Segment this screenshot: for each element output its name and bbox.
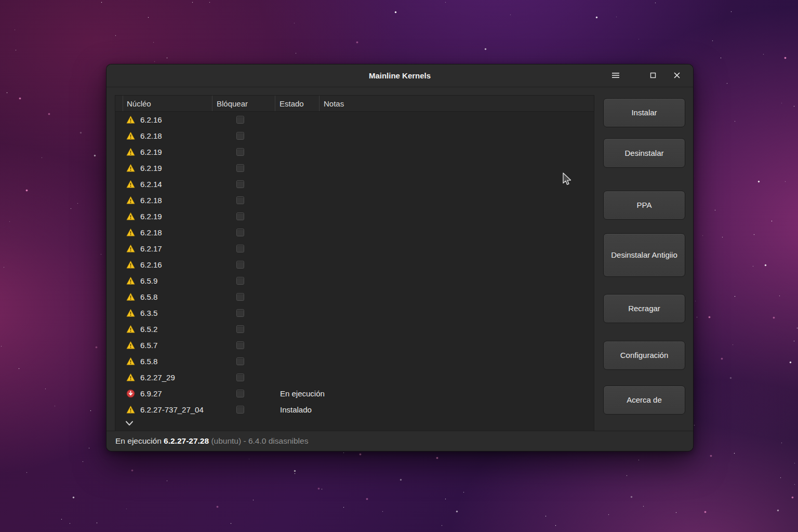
lock-cell bbox=[212, 148, 275, 156]
table-row[interactable]: 6.5.9 bbox=[115, 273, 594, 289]
action-button-desinstalar-antiguo[interactable]: Desinstalar Antigiio bbox=[603, 233, 685, 277]
column-header-estado[interactable]: Estado bbox=[275, 96, 319, 111]
kernel-version: 6.2.19 bbox=[140, 148, 162, 156]
kernel-version: 6.5.9 bbox=[140, 276, 157, 285]
lock-checkbox[interactable] bbox=[236, 132, 244, 140]
kernel-version: 6.2.16 bbox=[140, 260, 162, 269]
warning-icon bbox=[126, 115, 135, 124]
lock-checkbox[interactable] bbox=[236, 374, 244, 381]
lock-cell bbox=[212, 132, 275, 140]
warning-icon bbox=[126, 292, 135, 301]
lock-checkbox[interactable] bbox=[236, 341, 244, 349]
kernel-cell: 6.2.19 bbox=[123, 148, 212, 156]
scroll-more-indicator[interactable] bbox=[125, 420, 134, 427]
lock-checkbox[interactable] bbox=[236, 148, 244, 156]
lock-cell bbox=[212, 212, 275, 220]
table-row[interactable]: 6.2.27-737_27_04Instalado bbox=[115, 402, 594, 418]
kernel-cell: 6.5.8 bbox=[123, 292, 212, 301]
lock-checkbox[interactable] bbox=[236, 196, 244, 204]
table-body: 6.2.166.2.186.2.196.2.196.2.146.2.186.2.… bbox=[115, 112, 594, 418]
table-row[interactable]: 6.3.5 bbox=[115, 305, 594, 321]
warning-icon bbox=[126, 405, 135, 414]
status-cell: Instalado bbox=[275, 405, 319, 414]
table-row[interactable]: 6.5.8 bbox=[115, 353, 594, 369]
kernel-version: 6.2.14 bbox=[140, 180, 162, 189]
table-row[interactable]: 6.2.19 bbox=[115, 160, 594, 176]
kernel-version: 6.2.16 bbox=[140, 115, 162, 124]
table-row[interactable]: 6.2.19 bbox=[115, 144, 594, 160]
kernel-cell: 6.3.5 bbox=[123, 309, 212, 317]
kernel-version: 6.9.27 bbox=[140, 389, 162, 398]
lock-cell bbox=[212, 309, 275, 317]
kernel-cell: 6.2.16 bbox=[123, 115, 212, 124]
kernel-cell: 6.5.2 bbox=[123, 325, 212, 334]
lock-checkbox[interactable] bbox=[236, 261, 244, 269]
lock-checkbox[interactable] bbox=[236, 116, 244, 124]
warning-icon bbox=[126, 309, 135, 317]
lock-checkbox[interactable] bbox=[236, 212, 244, 220]
warning-icon bbox=[126, 325, 135, 334]
kernel-version: 6.2.27_29 bbox=[140, 373, 175, 382]
table-row[interactable]: 6.5.7 bbox=[115, 337, 594, 353]
lock-cell bbox=[212, 357, 275, 365]
lock-checkbox[interactable] bbox=[236, 406, 244, 414]
table-row[interactable]: 6.2.14 bbox=[115, 176, 594, 192]
column-header-bloquear[interactable]: Blóquear bbox=[212, 96, 275, 111]
table-row[interactable]: 6.5.2 bbox=[115, 321, 594, 337]
action-button-ppa[interactable]: PPA bbox=[603, 191, 685, 220]
lock-checkbox[interactable] bbox=[236, 357, 244, 365]
kernel-cell: 6.5.8 bbox=[123, 357, 212, 366]
kernel-version: 6.5.7 bbox=[140, 341, 157, 350]
table-row[interactable]: 6.2.18 bbox=[115, 224, 594, 241]
kernel-version: 6.2.19 bbox=[140, 164, 162, 172]
kernel-version: 6.5.8 bbox=[140, 357, 157, 366]
kernel-cell: 6.2.18 bbox=[123, 131, 212, 140]
table-row[interactable]: 6.5.8 bbox=[115, 289, 594, 305]
column-header-notas[interactable]: Notas bbox=[319, 96, 594, 111]
lock-checkbox[interactable] bbox=[236, 293, 244, 301]
kernel-table: NúcléoBlóquearEstadoNotas 6.2.166.2.186.… bbox=[115, 95, 594, 432]
kernel-version: 6.5.2 bbox=[140, 325, 157, 334]
kernel-cell: 6.5.9 bbox=[123, 276, 212, 285]
warning-icon bbox=[126, 228, 135, 237]
kernel-version: 6.2.19 bbox=[140, 212, 162, 221]
warning-icon bbox=[126, 276, 135, 285]
table-row[interactable]: 6.2.17 bbox=[115, 241, 594, 257]
action-button-configuracion[interactable]: Configuración bbox=[603, 341, 685, 370]
column-header-nucleo[interactable]: Núcléo bbox=[123, 96, 212, 111]
warning-icon bbox=[126, 180, 135, 189]
kernel-cell: 6.2.14 bbox=[123, 180, 212, 189]
action-button-acerca-de[interactable]: Acerca de bbox=[603, 385, 685, 415]
lock-checkbox[interactable] bbox=[236, 277, 244, 285]
kernel-version: 6.2.18 bbox=[140, 228, 162, 237]
table-header: NúcléoBlóquearEstadoNotas bbox=[115, 96, 594, 112]
window-title: Mainline Kernels bbox=[369, 71, 431, 80]
action-button-recargar[interactable]: Recragar bbox=[603, 294, 685, 323]
table-row[interactable]: 6.2.27_29 bbox=[115, 369, 594, 385]
kernel-cell: 6.2.18 bbox=[123, 228, 212, 237]
lock-checkbox[interactable] bbox=[236, 309, 244, 317]
lock-checkbox[interactable] bbox=[236, 164, 244, 172]
table-row[interactable]: 6.2.16 bbox=[115, 257, 594, 273]
table-row[interactable]: 6.9.27En ejecución bbox=[115, 385, 594, 402]
starfield-pink bbox=[0, 0, 1, 1]
app-window: Mainline Kernels bbox=[106, 64, 694, 451]
table-row[interactable]: 6.2.16 bbox=[115, 112, 594, 128]
table-row[interactable]: 6.2.18 bbox=[115, 128, 594, 144]
lock-checkbox[interactable] bbox=[236, 229, 244, 236]
lock-cell bbox=[212, 325, 275, 333]
kernel-cell: 6.9.27 bbox=[123, 389, 212, 398]
kernel-cell: 6.2.27_29 bbox=[123, 373, 212, 382]
lock-checkbox[interactable] bbox=[236, 325, 244, 333]
header-gutter bbox=[115, 96, 123, 111]
table-row[interactable]: 6.2.19 bbox=[115, 208, 594, 224]
lock-checkbox[interactable] bbox=[236, 245, 244, 252]
lock-checkbox[interactable] bbox=[236, 390, 244, 397]
lock-checkbox[interactable] bbox=[236, 180, 244, 188]
table-row[interactable]: 6.2.18 bbox=[115, 192, 594, 208]
action-button-instalar[interactable]: Instalar bbox=[603, 98, 685, 127]
warning-icon bbox=[126, 260, 135, 269]
warning-icon bbox=[126, 373, 135, 382]
action-button-desinstalar[interactable]: Desinstalar bbox=[603, 138, 685, 168]
running-icon bbox=[126, 389, 135, 398]
